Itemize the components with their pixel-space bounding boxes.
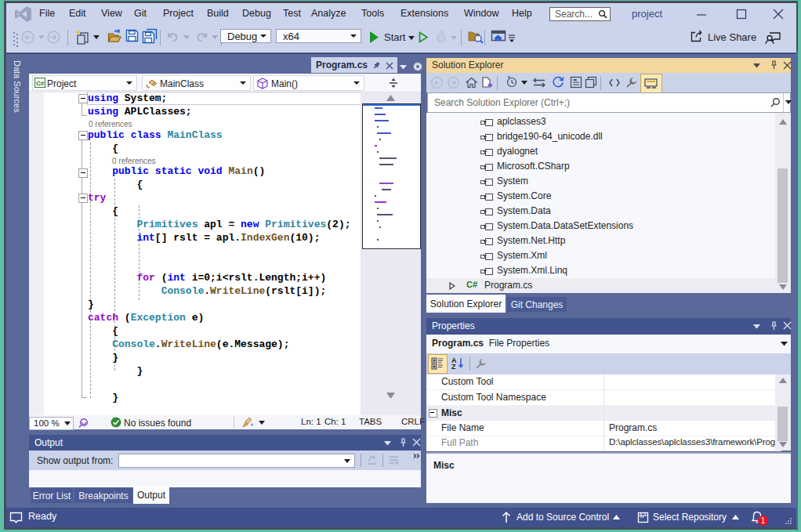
- svg-text:C#: C#: [36, 80, 45, 87]
- svg-text:Z: Z: [451, 363, 456, 370]
